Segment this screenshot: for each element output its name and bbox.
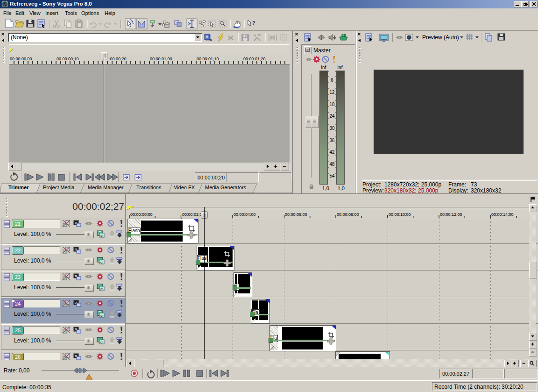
svg-text:30: 30 [329,126,335,131]
svg-text:24: 24 [329,114,335,119]
svg-text:6: 6 [331,78,333,83]
svg-text:?: ? [252,20,255,26]
svg-text:48: 48 [329,162,335,167]
svg-text:Preview (Auto): Preview (Auto) [422,34,459,41]
svg-text:42: 42 [329,150,335,155]
svg-text:54: 54 [329,173,335,178]
svg-text:A: A [205,35,209,39]
svg-text:36: 36 [329,138,335,143]
svg-text:12: 12 [329,90,335,95]
svg-text:18: 18 [329,102,335,107]
